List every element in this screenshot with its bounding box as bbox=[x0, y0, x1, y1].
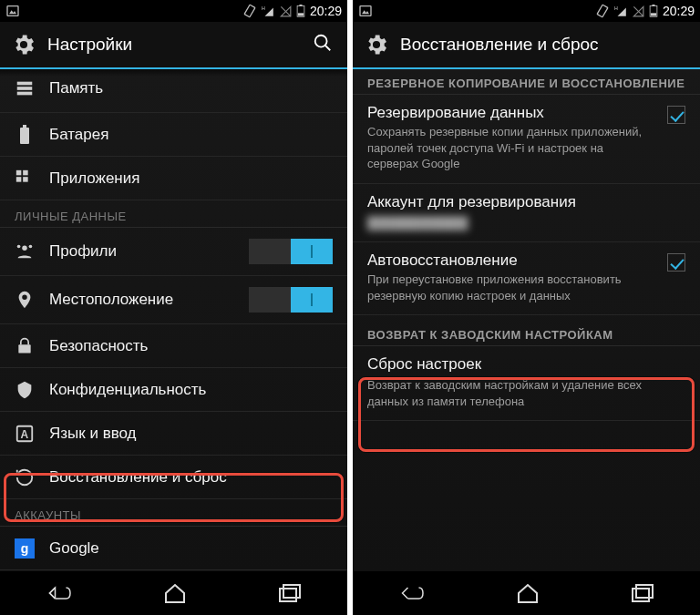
search-icon bbox=[313, 33, 333, 53]
item-backup-account[interactable]: Аккаунт для резервирования ████████████ bbox=[353, 184, 700, 243]
svg-rect-30 bbox=[360, 6, 371, 16]
item-factory-reset[interactable]: Сброс настроек Возврат к заводским настр… bbox=[353, 346, 700, 421]
svg-rect-13 bbox=[17, 87, 33, 90]
section-backup-restore: РЕЗЕРВНОЕ КОПИРОВАНИЕ И ВОССТАНОВЛЕНИЕ bbox=[353, 69, 700, 95]
svg-rect-0 bbox=[7, 6, 18, 16]
gear-icon bbox=[11, 32, 36, 57]
svg-point-22 bbox=[17, 245, 21, 249]
status-bar: H 20:29 bbox=[353, 0, 700, 22]
svg-rect-39 bbox=[651, 13, 656, 15]
item-title: Резервирование данных bbox=[367, 104, 656, 122]
item-autorestore[interactable]: Автовосстановление При переустановке при… bbox=[353, 242, 700, 315]
section-accounts: АККАУНТЫ bbox=[0, 499, 347, 527]
item-backup-data[interactable]: Резервирование данных Сохранять резервны… bbox=[353, 95, 700, 184]
rotate-icon bbox=[242, 4, 257, 18]
item-profiles[interactable]: Профили bbox=[0, 228, 347, 276]
signal-icon: H bbox=[614, 5, 627, 17]
item-subtitle: Возврат к заводским настройкам и удалени… bbox=[367, 377, 685, 409]
item-title: Сброс настроек bbox=[367, 355, 685, 374]
item-language[interactable]: A Язык и ввод bbox=[0, 412, 347, 456]
backup-account-value: ████████████ bbox=[367, 215, 685, 231]
svg-text:A: A bbox=[20, 427, 28, 440]
checkbox-backup-data[interactable] bbox=[667, 106, 685, 124]
item-location[interactable]: Местоположение bbox=[0, 276, 347, 324]
item-battery[interactable]: Батарея bbox=[0, 113, 347, 157]
svg-rect-16 bbox=[23, 125, 26, 128]
profile-icon bbox=[15, 241, 35, 261]
section-personal: ЛИЧНЫЕ ДАННЫЕ bbox=[0, 200, 347, 228]
nav-recents[interactable] bbox=[631, 583, 654, 603]
app-bar: Настройки bbox=[0, 22, 347, 69]
status-bar: H 20:29 bbox=[0, 0, 347, 22]
svg-marker-34 bbox=[617, 8, 625, 16]
battery-icon bbox=[15, 125, 35, 145]
item-label: Батарея bbox=[49, 126, 333, 144]
svg-rect-8 bbox=[299, 5, 302, 6]
section-factory: ВОЗВРАТ К ЗАВОДСКИМ НАСТРОЙКАМ bbox=[353, 315, 700, 346]
reset-list[interactable]: РЕЗЕРВНОЕ КОПИРОВАНИЕ И ВОССТАНОВЛЕНИЕ Р… bbox=[353, 69, 700, 571]
nav-recents[interactable] bbox=[278, 583, 302, 603]
nav-back[interactable] bbox=[46, 582, 73, 604]
lock-icon bbox=[15, 336, 35, 356]
apps-icon bbox=[15, 169, 35, 189]
item-title: Автовосстановление bbox=[367, 251, 656, 270]
svg-rect-2 bbox=[244, 5, 255, 17]
item-label: Приложения bbox=[49, 169, 333, 188]
svg-rect-41 bbox=[633, 589, 649, 601]
item-google[interactable]: g Google bbox=[0, 527, 347, 570]
item-subtitle: Сохранять резервные копии данных приложе… bbox=[367, 124, 656, 172]
nav-bar bbox=[0, 571, 347, 615]
svg-rect-19 bbox=[16, 177, 22, 182]
item-label: Конфиденциальность bbox=[49, 381, 333, 399]
svg-point-23 bbox=[29, 245, 33, 249]
status-right: H 20:29 bbox=[242, 4, 342, 18]
item-label: Местоположение bbox=[49, 291, 234, 309]
nav-back[interactable] bbox=[398, 582, 426, 604]
svg-marker-27 bbox=[166, 585, 184, 602]
item-label: Язык и ввод bbox=[49, 425, 333, 443]
item-memory[interactable]: Память bbox=[0, 69, 347, 113]
svg-rect-17 bbox=[16, 169, 22, 175]
nosim-icon bbox=[632, 5, 644, 17]
svg-rect-42 bbox=[636, 585, 653, 598]
svg-rect-20 bbox=[23, 177, 28, 182]
svg-rect-24 bbox=[18, 344, 30, 353]
restore-icon bbox=[15, 467, 35, 487]
svg-point-21 bbox=[22, 246, 27, 251]
item-security[interactable]: Безопасность bbox=[0, 324, 347, 368]
signal-icon: H bbox=[262, 5, 274, 17]
status-clock: 20:29 bbox=[663, 4, 695, 18]
search-button[interactable] bbox=[309, 29, 336, 60]
item-apps[interactable]: Приложения bbox=[0, 157, 347, 200]
gear-icon[interactable] bbox=[364, 32, 389, 57]
status-left bbox=[5, 4, 20, 18]
google-icon: g bbox=[15, 538, 35, 559]
svg-rect-28 bbox=[280, 589, 296, 601]
item-label: Безопасность bbox=[49, 337, 333, 355]
toggle-location[interactable] bbox=[249, 287, 333, 313]
item-label: Google bbox=[49, 539, 333, 558]
nav-home[interactable] bbox=[516, 582, 540, 604]
app-bar: Восстановление и сброс bbox=[353, 22, 700, 69]
svg-rect-18 bbox=[23, 169, 28, 175]
item-backup-reset[interactable]: Восстановление и сброс bbox=[0, 456, 347, 499]
item-label: Восстановление и сброс bbox=[49, 468, 333, 487]
svg-rect-9 bbox=[298, 13, 304, 15]
svg-rect-38 bbox=[652, 5, 654, 6]
battery-icon bbox=[649, 5, 658, 17]
nav-home[interactable] bbox=[163, 582, 187, 604]
settings-list[interactable]: Память Батарея Приложения ЛИЧНЫЕ ДАННЫЕ bbox=[0, 69, 347, 571]
phone-left: H 20:29 Настройки Память Батарея bbox=[0, 0, 347, 615]
checkbox-autorestore[interactable] bbox=[667, 253, 685, 272]
svg-line-11 bbox=[325, 46, 331, 51]
svg-rect-12 bbox=[17, 81, 33, 85]
svg-rect-29 bbox=[283, 585, 300, 598]
item-privacy[interactable]: Конфиденциальность bbox=[0, 368, 347, 412]
svg-marker-1 bbox=[9, 10, 16, 14]
svg-point-10 bbox=[315, 36, 327, 47]
svg-text:H: H bbox=[614, 5, 618, 11]
nosim-icon bbox=[279, 5, 292, 17]
toggle-profiles[interactable] bbox=[249, 239, 333, 264]
picture-icon bbox=[358, 4, 373, 18]
item-subtitle: При переустановке приложения восстановит… bbox=[367, 272, 656, 303]
